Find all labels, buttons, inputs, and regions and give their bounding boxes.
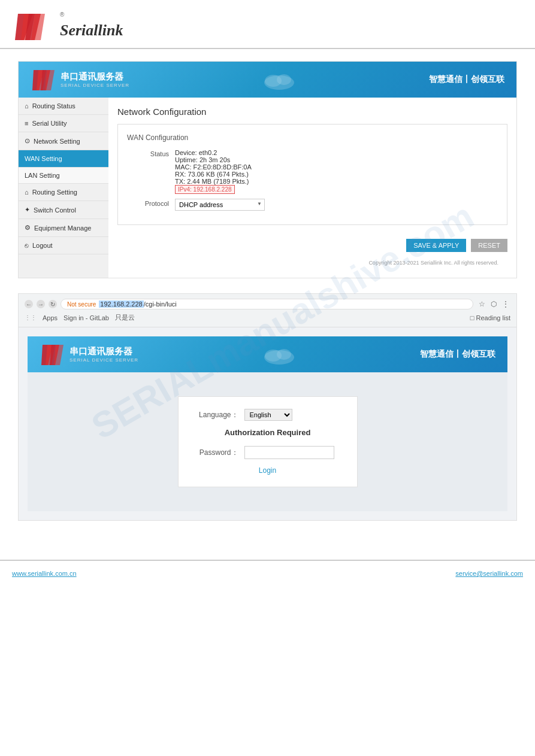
status-uptime: Uptime: 2h 3m 20s: [175, 156, 498, 163]
footer-right-link[interactable]: service@seriallink.com: [455, 570, 523, 577]
wan-config-title: WAN Configuration: [127, 133, 498, 142]
password-label: Password：: [197, 448, 244, 458]
protocol-select[interactable]: DHCP address: [175, 199, 265, 211]
url-path: /cgi-bin/luci: [144, 300, 177, 308]
logo-area: ® Seriallink: [12, 9, 523, 42]
screenshots-wrapper: SERIALmanualshive.com 串口通讯服务器 SERIAL DEV…: [18, 61, 517, 521]
save-apply-button[interactable]: SAVE & APPLY: [406, 239, 466, 252]
bookmarks-bar: ⋮⋮ Apps Sign in - GitLab 只是云 □ Reading l…: [25, 313, 510, 322]
sidebar-label-serial-utility: Serial Utility: [32, 120, 67, 127]
status-tx: TX: 2.44 MB (7189 Pkts.): [175, 178, 498, 185]
bookmark-cloud[interactable]: 只是云: [115, 313, 135, 322]
header-right-1: 智慧通信丨创领互联: [429, 74, 504, 85]
not-secure-label: Not secure: [67, 301, 96, 308]
ip-highlight: IPv4: 192.168.2.228: [175, 185, 235, 194]
copyright-1: Copyright 2013-2021 Seriallink Inc. All …: [117, 257, 507, 269]
language-row: Language： English: [197, 409, 339, 421]
network-icon: ⊙: [25, 137, 30, 145]
screenshot-2: ← → ↻ Not secure 192.168.2.228 /cgi-bin/…: [18, 293, 517, 521]
login-box: Language： English Authorization Required…: [178, 396, 358, 487]
svg-point-18: [277, 349, 291, 360]
page-header: ® Seriallink: [0, 0, 535, 49]
sidebar-label-logout: Logout: [32, 242, 53, 249]
footer-left-link[interactable]: www.seriallink.com.cn: [12, 570, 77, 577]
device-title-en-1: SERIAL DEVICE SERVER: [61, 83, 129, 88]
language-label: Language：: [197, 410, 244, 420]
sidebar-item-lan-setting[interactable]: LAN Setting: [19, 168, 108, 184]
layout-1: ⌂ Routing Status ≡ Serial Utility ⊙ Netw…: [19, 98, 516, 278]
bookmark-gitlab[interactable]: Sign in - GitLab: [64, 314, 109, 321]
sidebar-item-switch-control[interactable]: ✦ Switch Control: [19, 201, 108, 219]
cloud-icon-1: [261, 68, 297, 92]
language-select[interactable]: English: [244, 409, 292, 421]
svg-point-11: [277, 74, 291, 85]
wan-config-section: WAN Configuration Status Device: eth0.2 …: [117, 124, 507, 225]
browser-nav: ← → ↻ Not secure 192.168.2.228 /cgi-bin/…: [25, 299, 510, 309]
status-device: Device: eth0.2: [175, 149, 498, 156]
browser-icons: ☆ ⬡ ⋮: [477, 299, 510, 309]
status-label: Status: [127, 149, 175, 157]
sidebar-item-serial-utility[interactable]: ≡ Serial Utility: [19, 115, 108, 132]
device-logo-1: 串口通讯服务器 SERIAL DEVICE SERVER: [31, 68, 129, 92]
logo-name: Seriallink: [60, 22, 123, 40]
sidebar-item-routing-setting[interactable]: ⌂ Routing Setting: [19, 184, 108, 201]
list-icon: ≡: [25, 120, 28, 127]
status-value: Device: eth0.2 Uptime: 2h 3m 20s MAC: F2…: [175, 149, 498, 194]
reading-list[interactable]: □ Reading list: [470, 314, 510, 321]
login-btn-row: Login: [197, 466, 339, 475]
status-mac: MAC: F2:E0:8D:8D:BF:0A: [175, 163, 498, 171]
protocol-label: Protocol: [127, 199, 175, 207]
address-bar[interactable]: Not secure 192.168.2.228 /cgi-bin/luci: [61, 299, 473, 309]
sidebar-label-switch-control: Switch Control: [34, 207, 76, 214]
home-icon: ⌂: [25, 102, 29, 110]
sidebar-item-network-setting[interactable]: ⊙ Network Setting: [19, 132, 108, 150]
menu-icon[interactable]: ⋮: [501, 299, 510, 309]
protocol-select-wrapper[interactable]: DHCP address: [175, 199, 265, 211]
gear-icon: ⚙: [25, 224, 31, 232]
bookmark-apps[interactable]: Apps: [43, 314, 58, 321]
status-rx: RX: 73.06 KB (674 Pkts.): [175, 171, 498, 178]
main-content: SERIALmanualshive.com 串口通讯服务器 SERIAL DEV…: [0, 49, 535, 548]
password-row: Password：: [197, 446, 339, 459]
sidebar-item-routing-status[interactable]: ⌂ Routing Status: [19, 98, 108, 115]
sidebar-label-wan-setting: WAN Setting: [25, 155, 62, 162]
device-title-cn-2: 串口通讯服务器: [69, 346, 138, 357]
routing-icon: ⌂: [25, 189, 29, 196]
forward-button[interactable]: →: [37, 300, 45, 308]
device-header-2: 串口通讯服务器 SERIAL DEVICE SERVER 智慧通信丨创领互联: [28, 336, 507, 372]
device-title-en-2: SERIAL DEVICE SERVER: [69, 357, 138, 363]
bookmarks-label: ⋮⋮: [25, 314, 37, 321]
sidebar-label-routing-status: Routing Status: [32, 102, 75, 110]
reload-button[interactable]: ↻: [49, 300, 57, 308]
sidebar-label-network-setting: Network Setting: [34, 138, 80, 145]
sidebar-item-equipment-manage[interactable]: ⚙ Equipment Manage: [19, 219, 108, 237]
logo-icon: [12, 9, 60, 42]
sidebar-label-lan-setting: LAN Setting: [25, 172, 60, 179]
sidebar-item-logout[interactable]: ⎋ Logout: [19, 237, 108, 254]
extension-icon[interactable]: ⬡: [489, 299, 498, 309]
sidebar-item-wan-setting[interactable]: WAN Setting: [19, 150, 108, 168]
sidebar-label-equipment-manage: Equipment Manage: [34, 224, 91, 232]
protocol-row: Protocol DHCP address: [127, 199, 498, 211]
page-footer: www.seriallink.com.cn service@seriallink…: [0, 560, 535, 586]
device-logo-icon-2: [40, 342, 69, 366]
device-logo-icon-1: [31, 68, 61, 92]
auth-required-title: Authorization Required: [197, 428, 339, 437]
password-input[interactable]: [244, 446, 334, 459]
back-button[interactable]: ←: [25, 300, 33, 308]
protocol-value: DHCP address: [175, 199, 498, 211]
status-row: Status Device: eth0.2 Uptime: 2h 3m 20s …: [127, 149, 498, 194]
logo-text-area: ® Seriallink: [60, 11, 123, 40]
url-base: 192.168.2.228: [99, 300, 143, 308]
header-right-2: 智慧通信丨创领互联: [420, 349, 495, 360]
action-bar-1: SAVE & APPLY RESET: [117, 234, 507, 257]
logout-icon: ⎋: [25, 242, 29, 249]
reset-button[interactable]: RESET: [471, 239, 507, 252]
device-title-area-1: 串口通讯服务器 SERIAL DEVICE SERVER: [61, 71, 129, 88]
main-panel-1: Network Configuration WAN Configuration …: [108, 98, 516, 278]
cloud-icon-2: [261, 342, 297, 366]
screenshot-1: 串口通讯服务器 SERIAL DEVICE SERVER 智慧通信丨创领互联: [18, 61, 517, 278]
panel-title-1: Network Configuration: [117, 107, 507, 117]
bookmark-star-icon[interactable]: ☆: [477, 299, 486, 309]
login-button[interactable]: Login: [259, 466, 276, 475]
